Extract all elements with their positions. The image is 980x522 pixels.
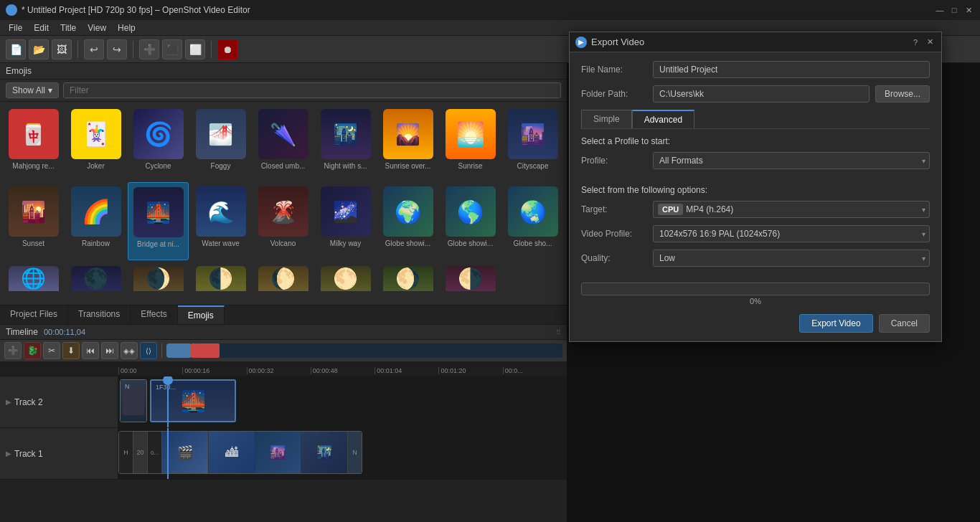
emoji-item-h2[interactable]: 🌑 — [65, 262, 126, 302]
emoji-thumb-globe2: 🌎 — [446, 186, 496, 237]
dialog-close-button[interactable]: ✕ — [924, 37, 936, 48]
menu-help[interactable]: Help — [112, 22, 141, 34]
mini-timeline[interactable] — [166, 343, 562, 358]
quality-label: Quality: — [581, 253, 653, 263]
emoji-item-cityscape[interactable]: 🌆 Cityscape — [502, 105, 563, 181]
export-button[interactable]: ⬜ — [185, 39, 205, 60]
video-profile-label: Video Profile: — [581, 229, 653, 239]
redo-button[interactable]: ↪ — [107, 39, 127, 60]
tab-transitions[interactable]: Transitions — [68, 305, 131, 324]
emoji-thumb-foggy: 🌁 — [196, 109, 246, 159]
record-button[interactable]: ⏺ — [217, 39, 237, 60]
ruler-mark-0: 00:00 — [118, 367, 182, 374]
next-marker-button[interactable]: ⏭ — [101, 342, 118, 359]
emoji-thumb-h7: 🌖 — [383, 266, 433, 291]
emoji-item-h4[interactable]: 🌓 — [190, 262, 251, 302]
emoji-item-umbrella[interactable]: 🌂 Closed umb... — [253, 105, 314, 181]
filter-input[interactable] — [63, 82, 561, 98]
emoji-item-mahjong[interactable]: 🀄 Mahjong re... — [3, 105, 64, 181]
emoji-item-joker[interactable]: 🃏 Joker — [65, 105, 126, 181]
emoji-thumb-water: 🌊 — [196, 186, 246, 237]
video-profile-select[interactable]: 1024x576 16:9 PAL (1024x576) — [653, 225, 930, 242]
prev-marker-button[interactable]: ⏮ — [82, 342, 99, 359]
zoom-in-button[interactable]: ⟨⟩ — [140, 342, 157, 359]
target-select[interactable]: MP4 (h.264) — [686, 204, 925, 214]
emoji-item-globe1[interactable]: 🌍 Globe showi... — [377, 182, 438, 260]
show-all-dropdown[interactable]: Show All ▾ — [6, 82, 59, 98]
track-2-content[interactable]: N 1F30... 🌉 — [118, 376, 567, 427]
emoji-item-milky[interactable]: 🌌 Milky way — [315, 182, 376, 260]
dialog-help-button[interactable]: ? — [910, 37, 921, 48]
thumbnail-button[interactable]: 🖼 — [52, 39, 72, 60]
emoji-item-h3[interactable]: 🌒 — [128, 262, 189, 302]
chevron-down-icon: ▾ — [48, 85, 52, 95]
emoji-thumb-h1: 🌐 — [9, 266, 59, 291]
scissors-button[interactable]: ✂ — [43, 342, 60, 359]
emoji-item-sunset[interactable]: 🌇 Sunset — [3, 182, 64, 260]
menu-view[interactable]: View — [82, 22, 112, 34]
menu-edit[interactable]: Edit — [28, 22, 55, 34]
tl-separator — [161, 343, 162, 358]
profile-row: Profile: All Formats ▾ — [581, 152, 930, 169]
minimize-button[interactable]: — — [934, 4, 946, 16]
emoji-thumb-volcano: 🌋 — [258, 186, 308, 237]
file-name-input[interactable] — [653, 61, 930, 78]
undo-button[interactable]: ↩ — [84, 39, 104, 60]
emoji-label-sunrise2: Sunrise over... — [380, 162, 436, 170]
emoji-thumb-globe1: 🌍 — [383, 186, 433, 237]
clip-n[interactable]: N — [120, 379, 147, 422]
tab-emojis[interactable]: Emojis — [178, 305, 225, 324]
new-button[interactable]: 📄 — [6, 39, 26, 60]
target-label: Target: — [581, 204, 653, 214]
emoji-item-sunrise2[interactable]: 🌄 Sunrise over... — [377, 105, 438, 181]
emoji-item-cyclone[interactable]: 🌀 Cyclone — [128, 105, 189, 181]
export-dialog: ▶ Export Video ? ✕ File Name: Folder Pat… — [569, 32, 942, 342]
emoji-item-bridge[interactable]: 🌉 Bridge at ni... — [128, 182, 189, 260]
emoji-item-rainbow[interactable]: 🌈 Rainbow — [65, 182, 126, 260]
open-button[interactable]: 📂 — [29, 39, 49, 60]
tab-project-files[interactable]: Project Files — [0, 305, 68, 324]
clip-video[interactable]: H 20 0... 🎬 🏙 — [118, 431, 362, 474]
emoji-label-cyclone: Cyclone — [131, 162, 187, 170]
add-track-tl-button[interactable]: ➕ — [4, 342, 22, 359]
menu-title[interactable]: Title — [55, 22, 82, 34]
cancel-button[interactable]: Cancel — [879, 314, 930, 333]
add-track-button[interactable]: ➕ — [139, 39, 159, 60]
export-video-button[interactable]: Export Video — [799, 314, 873, 333]
emoji-item-globe3[interactable]: 🌏 Globe sho... — [502, 182, 563, 260]
emoji-item-h8[interactable]: 🌗 — [440, 262, 501, 302]
import-button[interactable]: ⬛ — [162, 39, 182, 60]
clip-emoji-bridge[interactable]: 1F30... 🌉 — [150, 379, 236, 422]
close-button[interactable]: ✕ — [963, 4, 974, 16]
track-1-content[interactable]: H 20 0... 🎬 🏙 — [118, 428, 567, 479]
emoji-item-volcano[interactable]: 🌋 Volcano — [253, 182, 314, 260]
profile-select[interactable]: All Formats — [653, 152, 930, 169]
emoji-item-night[interactable]: 🌃 Night with s... — [315, 105, 376, 181]
track-2: ▶ Track 2 N — [0, 376, 567, 428]
remove-track-button[interactable]: 🐉 — [24, 342, 41, 359]
emoji-item-globe2[interactable]: 🌎 Globe showi... — [440, 182, 501, 260]
emoji-label-volcano: Volcano — [255, 239, 311, 247]
emoji-thumb-mahjong: 🀄 — [9, 109, 59, 159]
center-button[interactable]: ◈◈ — [121, 342, 138, 359]
tab-bar: Project Files Transitions Effects Emojis — [0, 305, 567, 325]
maximize-button[interactable]: □ — [948, 4, 960, 16]
emoji-item-h5[interactable]: 🌔 — [253, 262, 314, 302]
tab-effects[interactable]: Effects — [131, 305, 177, 324]
tab-simple[interactable]: Simple — [581, 110, 632, 128]
emoji-label-sunrise: Sunrise — [443, 162, 499, 170]
folder-path-input[interactable] — [653, 85, 870, 103]
emoji-item-h7[interactable]: 🌖 — [377, 262, 438, 302]
emoji-thumb-sunset: 🌇 — [9, 186, 59, 237]
emoji-item-water[interactable]: 🌊 Water wave — [190, 182, 251, 260]
playhead[interactable] — [167, 376, 169, 427]
menu-file[interactable]: File — [3, 22, 28, 34]
browse-button[interactable]: Browse... — [875, 85, 930, 103]
quality-select[interactable]: Low — [653, 250, 930, 267]
emoji-item-h6[interactable]: 🌕 — [315, 262, 376, 302]
tab-advanced[interactable]: Advanced — [632, 110, 694, 128]
snap-button[interactable]: ⬇ — [62, 342, 80, 359]
emoji-item-h1[interactable]: 🌐 — [3, 262, 64, 302]
emoji-item-foggy[interactable]: 🌁 Foggy — [190, 105, 251, 181]
emoji-item-sunrise[interactable]: 🌅 Sunrise — [440, 105, 501, 181]
